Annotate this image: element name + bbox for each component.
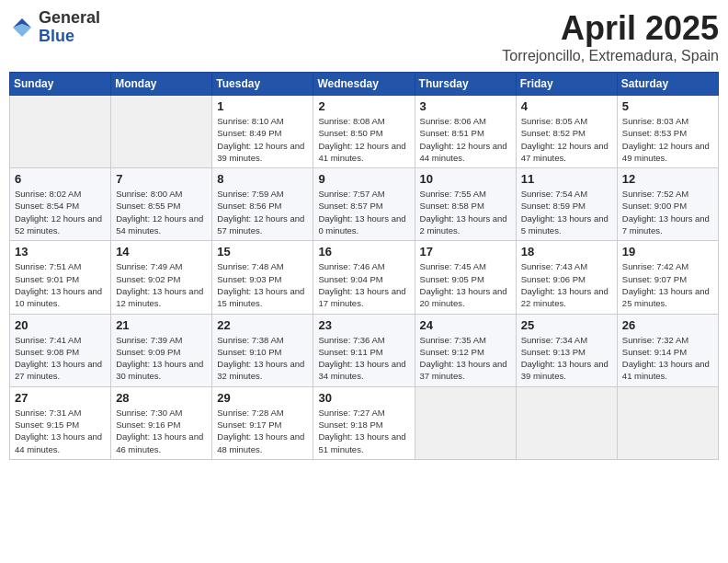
sunrise-text: Sunrise: 7:39 AM: [116, 334, 207, 346]
sunrise-text: Sunrise: 7:43 AM: [521, 260, 612, 272]
day-info: Sunrise: 7:41 AMSunset: 9:08 PMDaylight:…: [15, 334, 106, 383]
daylight-text: Daylight: 13 hours and 39 minutes.: [521, 358, 612, 383]
day-info: Sunrise: 7:42 AMSunset: 9:07 PMDaylight:…: [622, 260, 713, 309]
week-row-3: 13Sunrise: 7:51 AMSunset: 9:01 PMDayligh…: [10, 241, 719, 314]
day-number: 11: [521, 172, 612, 186]
daylight-text: Daylight: 12 hours and 44 minutes.: [420, 140, 511, 165]
weekday-sunday: Sunday: [10, 73, 111, 96]
day-cell: 16Sunrise: 7:46 AMSunset: 9:04 PMDayligh…: [313, 241, 415, 314]
daylight-text: Daylight: 13 hours and 34 minutes.: [318, 358, 409, 383]
daylight-text: Daylight: 13 hours and 12 minutes.: [116, 285, 207, 310]
sunrise-text: Sunrise: 7:45 AM: [420, 260, 511, 272]
logo-icon: [9, 15, 35, 40]
sunrise-text: Sunrise: 7:57 AM: [318, 188, 409, 200]
day-cell: 17Sunrise: 7:45 AMSunset: 9:05 PMDayligh…: [415, 241, 516, 314]
sunrise-text: Sunrise: 7:52 AM: [622, 188, 713, 200]
day-info: Sunrise: 8:02 AMSunset: 8:54 PMDaylight:…: [15, 188, 106, 236]
sunset-text: Sunset: 9:03 PM: [217, 273, 308, 285]
sunset-text: Sunset: 8:51 PM: [420, 127, 511, 139]
sunset-text: Sunset: 9:13 PM: [521, 346, 612, 358]
day-cell: 15Sunrise: 7:48 AMSunset: 9:03 PMDayligh…: [212, 241, 313, 314]
day-info: Sunrise: 7:51 AMSunset: 9:01 PMDaylight:…: [15, 260, 106, 309]
sunrise-text: Sunrise: 7:35 AM: [420, 334, 511, 346]
day-cell: 23Sunrise: 7:36 AMSunset: 9:11 PMDayligh…: [313, 314, 415, 386]
day-cell: 19Sunrise: 7:42 AMSunset: 9:07 PMDayligh…: [617, 241, 718, 314]
sunset-text: Sunset: 8:58 PM: [420, 200, 511, 212]
sunset-text: Sunset: 8:55 PM: [116, 200, 207, 212]
day-cell: [516, 386, 617, 459]
sunrise-text: Sunrise: 7:49 AM: [116, 260, 207, 272]
daylight-text: Daylight: 13 hours and 51 minutes.: [318, 431, 409, 455]
day-number: 20: [15, 318, 106, 332]
daylight-text: Daylight: 13 hours and 7 minutes.: [622, 213, 713, 237]
sunrise-text: Sunrise: 7:31 AM: [15, 407, 106, 419]
day-cell: 29Sunrise: 7:28 AMSunset: 9:17 PMDayligh…: [212, 386, 313, 459]
day-number: 21: [116, 318, 207, 332]
daylight-text: Daylight: 13 hours and 15 minutes.: [217, 285, 308, 310]
daylight-text: Daylight: 13 hours and 22 minutes.: [521, 285, 612, 310]
day-info: Sunrise: 8:05 AMSunset: 8:52 PMDaylight:…: [521, 115, 612, 164]
title-area: April 2025 Torrejoncillo, Extremadura, S…: [502, 9, 719, 64]
day-cell: 24Sunrise: 7:35 AMSunset: 9:12 PMDayligh…: [415, 314, 516, 386]
daylight-text: Daylight: 13 hours and 37 minutes.: [420, 358, 511, 383]
day-info: Sunrise: 7:32 AMSunset: 9:14 PMDaylight:…: [622, 334, 713, 383]
day-number: 12: [622, 172, 713, 186]
day-cell: 13Sunrise: 7:51 AMSunset: 9:01 PMDayligh…: [10, 241, 111, 314]
day-number: 5: [622, 99, 713, 113]
day-info: Sunrise: 7:39 AMSunset: 9:09 PMDaylight:…: [116, 334, 207, 383]
day-number: 4: [521, 99, 612, 113]
sunset-text: Sunset: 9:17 PM: [217, 419, 308, 431]
day-info: Sunrise: 7:54 AMSunset: 8:59 PMDaylight:…: [521, 188, 612, 236]
logo: General Blue: [9, 9, 100, 46]
weekday-friday: Friday: [516, 73, 617, 96]
sunset-text: Sunset: 9:05 PM: [420, 273, 511, 285]
sunset-text: Sunset: 9:15 PM: [15, 419, 106, 431]
day-number: 14: [116, 245, 207, 259]
day-info: Sunrise: 7:35 AMSunset: 9:12 PMDaylight:…: [420, 334, 511, 383]
week-row-2: 6Sunrise: 8:02 AMSunset: 8:54 PMDaylight…: [10, 168, 719, 241]
daylight-text: Daylight: 13 hours and 25 minutes.: [622, 285, 713, 310]
day-info: Sunrise: 8:06 AMSunset: 8:51 PMDaylight:…: [420, 115, 511, 164]
day-cell: 26Sunrise: 7:32 AMSunset: 9:14 PMDayligh…: [617, 314, 718, 386]
day-cell: 10Sunrise: 7:55 AMSunset: 8:58 PMDayligh…: [415, 168, 516, 241]
daylight-text: Daylight: 12 hours and 57 minutes.: [217, 213, 308, 237]
daylight-text: Daylight: 12 hours and 54 minutes.: [116, 213, 207, 237]
weekday-thursday: Thursday: [415, 73, 516, 96]
sunset-text: Sunset: 8:54 PM: [15, 200, 106, 212]
sunrise-text: Sunrise: 7:36 AM: [318, 334, 409, 346]
day-cell: [617, 386, 718, 459]
daylight-text: Daylight: 13 hours and 20 minutes.: [420, 285, 511, 310]
daylight-text: Daylight: 12 hours and 49 minutes.: [622, 140, 713, 165]
day-info: Sunrise: 7:55 AMSunset: 8:58 PMDaylight:…: [420, 188, 511, 236]
calendar-body: 1Sunrise: 8:10 AMSunset: 8:49 PMDaylight…: [10, 96, 719, 460]
sunrise-text: Sunrise: 8:08 AM: [318, 115, 409, 127]
day-cell: 5Sunrise: 8:03 AMSunset: 8:53 PMDaylight…: [617, 96, 718, 168]
day-number: 30: [318, 391, 409, 405]
day-info: Sunrise: 8:10 AMSunset: 8:49 PMDaylight:…: [217, 115, 308, 164]
day-number: 28: [116, 391, 207, 405]
day-info: Sunrise: 8:00 AMSunset: 8:55 PMDaylight:…: [116, 188, 207, 236]
day-info: Sunrise: 7:57 AMSunset: 8:57 PMDaylight:…: [318, 188, 409, 236]
sunrise-text: Sunrise: 7:28 AM: [217, 407, 308, 419]
day-info: Sunrise: 7:30 AMSunset: 9:16 PMDaylight:…: [116, 407, 207, 455]
sunset-text: Sunset: 9:00 PM: [622, 200, 713, 212]
weekday-monday: Monday: [111, 73, 212, 96]
daylight-text: Daylight: 12 hours and 47 minutes.: [521, 140, 612, 165]
week-row-5: 27Sunrise: 7:31 AMSunset: 9:15 PMDayligh…: [10, 386, 719, 459]
day-info: Sunrise: 7:52 AMSunset: 9:00 PMDaylight:…: [622, 188, 713, 236]
weekday-wednesday: Wednesday: [313, 73, 415, 96]
sunset-text: Sunset: 8:57 PM: [318, 200, 409, 212]
day-number: 8: [217, 172, 308, 186]
day-cell: 8Sunrise: 7:59 AMSunset: 8:56 PMDaylight…: [212, 168, 313, 241]
sunrise-text: Sunrise: 7:27 AM: [318, 407, 409, 419]
day-info: Sunrise: 7:45 AMSunset: 9:05 PMDaylight:…: [420, 260, 511, 309]
logo-blue-label: Blue: [39, 28, 100, 46]
day-number: 15: [217, 245, 308, 259]
sunrise-text: Sunrise: 7:55 AM: [420, 188, 511, 200]
sunset-text: Sunset: 9:12 PM: [420, 346, 511, 358]
day-cell: 7Sunrise: 8:00 AMSunset: 8:55 PMDaylight…: [111, 168, 212, 241]
day-number: 27: [15, 391, 106, 405]
sunrise-text: Sunrise: 7:32 AM: [622, 334, 713, 346]
daylight-text: Daylight: 13 hours and 46 minutes.: [116, 431, 207, 455]
sunrise-text: Sunrise: 7:48 AM: [217, 260, 308, 272]
